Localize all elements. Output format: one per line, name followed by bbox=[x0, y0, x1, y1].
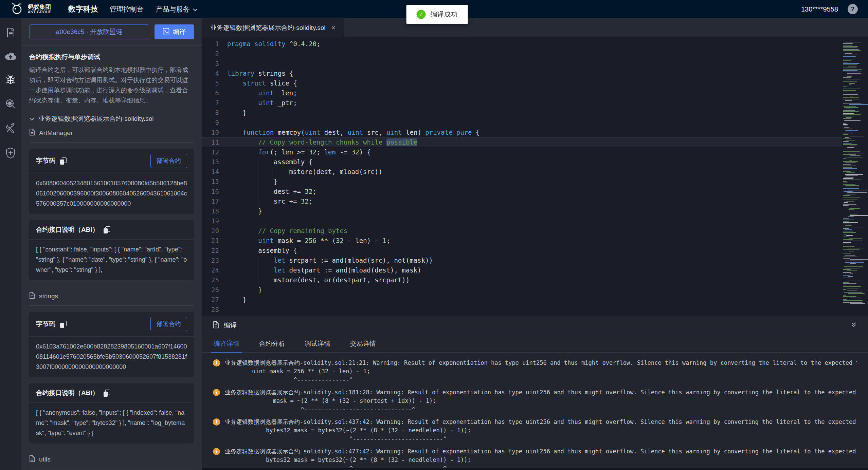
code-line[interactable]: 4 library strings { bbox=[202, 69, 842, 78]
code-line[interactable]: 22 assembly { bbox=[202, 246, 842, 256]
line-number: 25 bbox=[202, 275, 219, 285]
code-line[interactable]: 3 bbox=[202, 59, 842, 69]
copy-icon[interactable] bbox=[104, 226, 110, 233]
compile-panel: 编译 编译详情 合约分析 调试详情 交易详情 i 业务逻辑数据浏览器展示合约-s… bbox=[202, 316, 868, 468]
code-line[interactable]: 25 mstore(dest, or(destpart, srcpart)) bbox=[202, 275, 842, 285]
line-content: } bbox=[219, 285, 262, 295]
tree-root-file[interactable]: 业务逻辑数据浏览器展示合约-solidity.sol bbox=[29, 114, 194, 123]
code-line[interactable]: 10 function memcpy(uint dest, uint src, … bbox=[202, 128, 842, 137]
help-icon[interactable]: ? bbox=[848, 4, 858, 14]
line-content: } bbox=[219, 177, 277, 187]
panel-tab[interactable]: 编译详情 bbox=[213, 335, 240, 352]
line-content bbox=[219, 216, 227, 226]
info-icon: i bbox=[213, 418, 220, 426]
code-line[interactable]: 8 } bbox=[202, 108, 842, 118]
code-line[interactable]: 16 dest += 32; bbox=[202, 187, 842, 196]
warning-code: bytes32 mask = bytes32(~(2 ** (8 * (32 -… bbox=[213, 456, 857, 464]
bytecode-card: 字节码 部署合约 0x6103a761002e600b8282823980516… bbox=[29, 312, 194, 377]
close-icon[interactable]: ✕ bbox=[331, 24, 336, 32]
code-line[interactable]: 27 } bbox=[202, 295, 842, 305]
editor-column: 业务逻辑数据浏览器展示合约-solidity.sol ✕ 1 pragma so… bbox=[202, 18, 868, 470]
compile-panel-tabs: 编译详情 合约分析 调试详情 交易详情 bbox=[202, 335, 868, 353]
code-line[interactable]: 12 for(; len >= 32; len -= 32) { bbox=[202, 147, 842, 157]
contract-list: ArtManager 字节码 部署合约 0x608060405234801561… bbox=[29, 123, 194, 470]
tools-icon[interactable] bbox=[5, 123, 16, 134]
nav-products[interactable]: 产品与服务 bbox=[156, 5, 198, 14]
editor-tab[interactable]: 业务逻辑数据浏览器展示合约-solidity.sol ✕ bbox=[202, 18, 344, 37]
file-icon bbox=[29, 129, 35, 137]
minimap[interactable] bbox=[842, 39, 868, 316]
code-line[interactable]: 1 pragma solidity ^0.4.20; bbox=[202, 39, 842, 49]
debug-icon[interactable] bbox=[5, 74, 16, 85]
code-line[interactable]: 5 struct slice { bbox=[202, 78, 842, 88]
bug-search-icon[interactable] bbox=[5, 98, 16, 109]
line-number: 27 bbox=[202, 295, 219, 305]
compile-button[interactable]: 编译 bbox=[155, 24, 194, 39]
code-line[interactable]: 26 } bbox=[202, 285, 842, 295]
code-line[interactable]: 11 // Copy word-length chunks while poss… bbox=[202, 137, 842, 147]
bytecode-title: 字节码 bbox=[36, 156, 55, 165]
code-editor[interactable]: 1 pragma solidity ^0.4.20; 2 3 4 library… bbox=[202, 37, 868, 316]
contract-file-row[interactable]: strings bbox=[29, 286, 194, 306]
file-icon bbox=[29, 455, 35, 464]
code-line[interactable]: 17 src += 32; bbox=[202, 196, 842, 206]
line-number: 28 bbox=[202, 305, 219, 315]
status-strip bbox=[202, 468, 868, 470]
contract-file-row[interactable]: ArtManager bbox=[29, 123, 194, 143]
abi-card: 合约接口说明（ABI） [ { "constant": false, "inpu… bbox=[29, 220, 194, 280]
line-number: 6 bbox=[202, 88, 219, 98]
copy-icon[interactable] bbox=[60, 157, 67, 165]
line-content: mstore(dest, mload(src)) bbox=[219, 167, 382, 177]
panel-tab[interactable]: 合约分析 bbox=[258, 335, 286, 352]
code-line[interactable]: 21 uint mask = 256 ** (32 - len) - 1; bbox=[202, 236, 842, 246]
line-content bbox=[219, 118, 227, 128]
code-line[interactable]: 9 bbox=[202, 118, 842, 128]
contract-sidebar: a00e36c5 - 开放联盟链 编译 合约模拟执行与单步调试 编译合约之后，可… bbox=[21, 18, 202, 470]
line-content: // Copy word-length chunks while possibl… bbox=[219, 137, 417, 147]
code-line[interactable]: 13 assembly { bbox=[202, 157, 842, 167]
contract-file-label: utils bbox=[39, 456, 51, 463]
warning-text: 业务逻辑数据浏览器展示合约-solidity.sol:21:21: Warnin… bbox=[225, 359, 857, 367]
line-content: for(; len >= 32; len -= 32) { bbox=[219, 147, 371, 157]
shield-plus-icon[interactable] bbox=[5, 147, 16, 159]
code-line[interactable]: 24 let destpart := and(mload(dest), mask… bbox=[202, 265, 842, 275]
warning-caret: ^--------------------------^ bbox=[213, 464, 857, 468]
line-number: 4 bbox=[202, 69, 219, 78]
copy-icon[interactable] bbox=[60, 321, 67, 328]
chevron-down-icon bbox=[29, 115, 34, 123]
check-icon: ✓ bbox=[417, 10, 426, 19]
info-icon: i bbox=[213, 448, 220, 455]
line-content: let srcpart := and(mload(src), not(mask)… bbox=[219, 256, 433, 265]
deploy-button[interactable]: 部署合约 bbox=[150, 154, 187, 168]
compiler-warning: i 业务逻辑数据浏览器展示合约-solidity.sol:477:42: War… bbox=[202, 447, 868, 468]
compiler-warning: i 业务逻辑数据浏览器展示合约-solidity.sol:21:21: Warn… bbox=[202, 358, 868, 388]
code-line[interactable]: 14 mstore(dest, mload(src)) bbox=[202, 167, 842, 177]
code-line[interactable]: 23 let srcpart := and(mload(src), not(ma… bbox=[202, 256, 842, 265]
line-number: 19 bbox=[202, 216, 219, 226]
code-line[interactable]: 28 bbox=[202, 305, 842, 315]
code-line[interactable]: 7 uint _ptr; bbox=[202, 98, 842, 108]
code-line[interactable]: 19 bbox=[202, 216, 842, 226]
code-line[interactable]: 2 bbox=[202, 49, 842, 59]
deploy-button[interactable]: 部署合约 bbox=[150, 317, 187, 331]
file-icon[interactable] bbox=[5, 27, 16, 38]
compile-button-label: 编译 bbox=[173, 27, 186, 36]
code-line[interactable]: 6 uint _len; bbox=[202, 88, 842, 98]
code-line[interactable]: 20 // Copy remaining bytes bbox=[202, 226, 842, 236]
panel-tab[interactable]: 交易详情 bbox=[349, 335, 377, 352]
panel-tab[interactable]: 调试详情 bbox=[304, 335, 331, 352]
abi-value: [ { "constant": false, "inputs": [ { "na… bbox=[29, 240, 194, 280]
code-line[interactable]: 18 } bbox=[202, 206, 842, 216]
abi-card: 合约接口说明（ABI） [ { "anonymous": false, "inp… bbox=[29, 383, 194, 444]
nav-products-label: 产品与服务 bbox=[156, 5, 190, 14]
collapse-double-chevron-icon[interactable] bbox=[850, 321, 857, 330]
nav-console[interactable]: 管理控制台 bbox=[110, 5, 144, 14]
cloud-upload-icon[interactable] bbox=[5, 52, 16, 60]
contract-file-row[interactable]: utils bbox=[29, 450, 194, 469]
compiler-warning: i 业务逻辑数据浏览器展示合约-solidity.sol:181:28: War… bbox=[202, 388, 868, 417]
copy-icon[interactable] bbox=[104, 390, 110, 397]
account-phone[interactable]: 130****9558 bbox=[801, 5, 838, 13]
code-line[interactable]: 15 } bbox=[202, 177, 842, 187]
chain-select[interactable]: a00e36c5 - 开放联盟链 bbox=[29, 24, 149, 39]
compile-panel-title: 编译 bbox=[224, 321, 237, 330]
